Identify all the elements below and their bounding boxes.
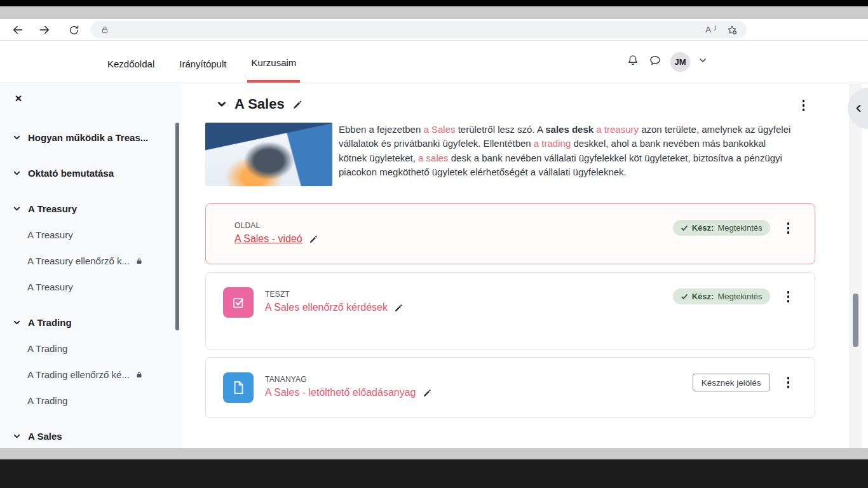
section-header: A Sales	[217, 96, 868, 112]
chevron-down-icon	[13, 318, 21, 327]
chevron-down-icon	[13, 133, 21, 142]
activity-menu-kebab-icon[interactable]	[785, 288, 792, 305]
edit-activity-pencil-icon[interactable]	[309, 234, 318, 244]
sidebar-section-a-treasury[interactable]: A Treasury	[0, 196, 181, 222]
sidebar-item-trading-2[interactable]: A Trading	[0, 388, 181, 414]
activity-type-label: TANANYAG	[265, 375, 432, 384]
sidebar-section-a-trading[interactable]: A Trading	[0, 309, 181, 336]
activity-link[interactable]: A Sales - videó	[234, 233, 302, 245]
sidebar-item-treasury-1[interactable]: A Treasury	[0, 222, 181, 248]
edit-activity-pencil-icon[interactable]	[394, 303, 403, 313]
chevron-down-icon	[698, 56, 707, 65]
primary-nav: Kezdőoldal Irányítópult Kurzusaim	[104, 41, 300, 83]
lock-icon	[135, 257, 143, 265]
mark-done-button[interactable]: Késznek jelölés	[693, 374, 770, 391]
close-drawer-button[interactable]: ×	[11, 91, 26, 106]
browser-back-button[interactable]	[10, 22, 25, 37]
page-scrollbar-track[interactable]	[849, 83, 862, 448]
sidebar-section-oktato[interactable]: Oktató bemutatása	[0, 160, 181, 186]
window-bottom-strip	[0, 448, 868, 459]
nav-iranyitopult[interactable]: Irányítópult	[175, 41, 230, 83]
activity-link[interactable]: A Sales ellenőrző kérdések	[265, 302, 388, 313]
activity-list: OLDAL A Sales - videó Ké	[205, 203, 815, 418]
lock-icon	[135, 371, 143, 379]
messages-button[interactable]	[648, 53, 662, 70]
check-icon	[681, 224, 688, 232]
screen: A Kezdőoldal Irányítópult Kurzusaim	[0, 0, 868, 488]
activity-type-label: OLDAL	[234, 221, 318, 230]
resource-activity-icon	[223, 372, 254, 403]
refresh-icon	[68, 24, 80, 36]
sidebar-scrollbar-thumb[interactable]	[175, 123, 179, 330]
section-summary: Ebben a fejezetben a Sales területről le…	[205, 123, 868, 186]
quiz-activity-icon	[223, 287, 254, 318]
chevron-left-icon	[854, 104, 864, 113]
sidebar-section-hogyan-mukodik[interactable]: Hogyan működik a Treas...	[0, 125, 181, 151]
chat-bubble-icon	[648, 53, 662, 67]
read-aloud-icon[interactable]: A	[705, 25, 716, 34]
activity-card-tananyag: TANANYAG A Sales - letölthető előadásany…	[205, 357, 815, 418]
browser-refresh-button[interactable]	[66, 22, 81, 37]
add-favorite-star-icon[interactable]	[726, 24, 738, 36]
summary-text: Ebben a fejezetben a Sales területről le…	[339, 123, 795, 186]
sidebar-item-trading-quiz[interactable]: A Trading ellenőrző ké...	[0, 362, 181, 388]
avatar[interactable]: JM	[670, 52, 690, 72]
completion-status-badge[interactable]: Kész: Megtekintés	[673, 288, 770, 304]
sidebar-item-treasury-quiz[interactable]: A Treasury ellenőrző k...	[0, 248, 181, 274]
section-menu-kebab-icon[interactable]	[800, 97, 808, 114]
completion-status-badge[interactable]: Kész: Megtekintés	[673, 220, 770, 236]
edit-activity-pencil-icon[interactable]	[423, 388, 432, 398]
nav-kurzusaim[interactable]: Kurzusaim	[247, 41, 300, 83]
screen-top-strip	[0, 0, 868, 6]
chevron-down-icon	[13, 169, 21, 177]
activity-link[interactable]: A Sales - letölthető előadásanyag	[265, 387, 416, 398]
activity-card-oldal: OLDAL A Sales - videó Ké	[205, 203, 815, 264]
page-body: × Hogyan működik a Treas... Oktató bemut…	[0, 83, 868, 448]
activity-menu-kebab-icon[interactable]	[785, 220, 792, 236]
nav-kezdooldal[interactable]: Kezdőoldal	[104, 41, 158, 83]
back-arrow-icon	[11, 24, 24, 36]
browser-forward-button[interactable]	[37, 22, 52, 37]
chevron-down-icon	[13, 432, 21, 440]
sidebar-item-trading-1[interactable]: A Trading	[0, 336, 181, 362]
check-icon	[681, 293, 688, 301]
address-bar[interactable]: A	[91, 21, 747, 38]
main-content: A Sales Ebben a fejezetben a Sales terül…	[181, 83, 868, 448]
sidebar-item-treasury-2[interactable]: A Treasury	[0, 274, 181, 300]
browser-toolbar: A	[0, 19, 868, 41]
chevron-down-icon	[13, 205, 21, 213]
activity-card-teszt: TESZT A Sales ellenőrző kérdések	[205, 272, 815, 349]
window-titlebar	[0, 6, 868, 19]
bell-icon	[626, 53, 640, 67]
course-index-drawer: × Hogyan működik a Treas... Oktató bemut…	[0, 83, 181, 448]
activity-menu-kebab-icon[interactable]	[785, 374, 792, 391]
user-menu-button[interactable]	[698, 56, 707, 67]
page-title: A Sales	[234, 96, 285, 112]
handshake-image	[205, 123, 332, 186]
app-header: Kezdőoldal Irányítópult Kurzusaim JM	[0, 41, 868, 83]
activity-type-label: TESZT	[265, 290, 403, 299]
edit-section-pencil-icon[interactable]	[292, 99, 303, 110]
collapse-section-chevron-icon[interactable]	[217, 99, 227, 109]
close-icon: ×	[15, 92, 22, 105]
page-scrollbar-thumb[interactable]	[853, 294, 858, 347]
screen-bottom-strip	[0, 459, 868, 488]
course-index: Hogyan működik a Treas... Oktató bemutat…	[0, 83, 181, 448]
sidebar-section-a-sales[interactable]: A Sales	[0, 423, 181, 448]
lock-icon	[100, 25, 110, 35]
notifications-button[interactable]	[626, 53, 640, 70]
forward-arrow-icon	[38, 24, 51, 36]
